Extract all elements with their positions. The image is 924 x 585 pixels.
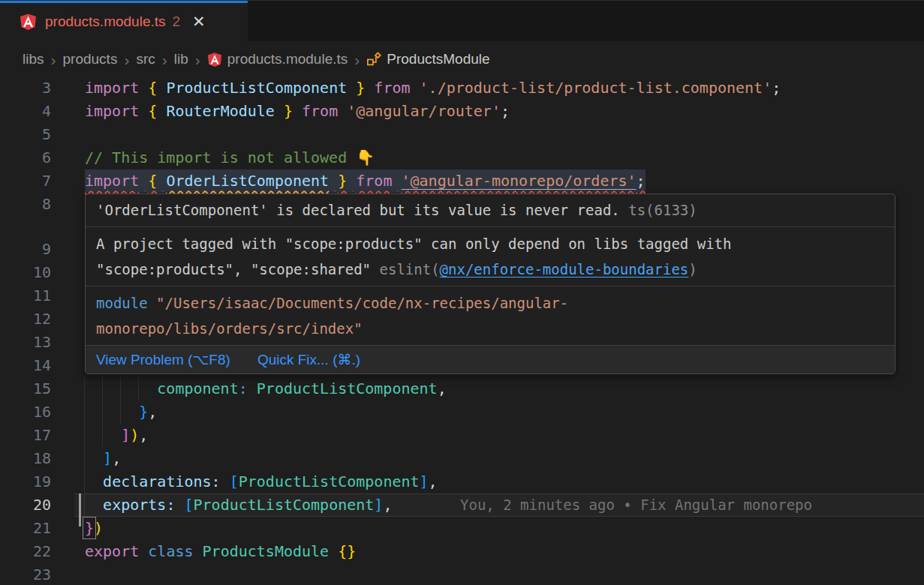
chevron-right-icon: ›: [162, 52, 167, 68]
breadcrumb-item-src[interactable]: src: [136, 51, 155, 68]
hover-message-row-1: 'OrderListComponent' is declared but its…: [86, 194, 895, 226]
tab-error-count-badge: 2: [173, 14, 181, 30]
code-line-16[interactable]: 16 },: [0, 400, 924, 424]
code-text: exports: [ProductListComponent],: [85, 494, 392, 517]
code-text: export class ProductsModule {}: [85, 540, 356, 563]
line-number[interactable]: 13: [0, 331, 51, 354]
angular-icon: [20, 13, 37, 31]
line-number[interactable]: 16: [0, 400, 51, 424]
line-number[interactable]: 21: [0, 517, 51, 540]
code-text: },: [85, 400, 157, 424]
code-line-18[interactable]: 18 ],: [0, 447, 924, 470]
breadcrumb-label: libs: [23, 51, 44, 68]
hover-text: "/Users/isaac/Documents/code/nx-recipes/…: [96, 295, 568, 337]
chevron-right-icon: ›: [124, 52, 129, 68]
line-number[interactable]: 15: [0, 377, 51, 400]
breadcrumb-label: lib: [174, 51, 188, 68]
code-text: ],: [85, 447, 121, 470]
tab-products-module[interactable]: products.module.ts 2 ✕: [0, 1, 248, 42]
code-text: import { RouterModule } from '@angular/r…: [85, 100, 510, 123]
code-line-21[interactable]: 21}): [0, 517, 924, 540]
tab-bar: products.module.ts 2 ✕: [0, 0, 924, 41]
hover-text: [148, 295, 156, 311]
chevron-right-icon: ›: [51, 52, 56, 68]
chevron-right-icon: ›: [195, 52, 200, 68]
tab-title: products.module.ts: [45, 14, 166, 30]
breadcrumb-item-products[interactable]: products: [63, 51, 118, 68]
git-blame-annotation: You, 2 minutes ago • Fix Angular monorep…: [460, 494, 812, 517]
code-line-5[interactable]: 5: [0, 123, 924, 146]
line-number[interactable]: 10: [0, 261, 51, 284]
line-number[interactable]: 9: [0, 238, 51, 261]
line-number[interactable]: 14: [0, 354, 51, 377]
quick-fix-action[interactable]: Quick Fix... (⌘.): [257, 347, 360, 372]
code-text: // This import is not allowed 👇: [85, 146, 375, 170]
breadcrumb-item-libs[interactable]: libs: [23, 51, 44, 68]
hover-message-row-3: module "/Users/isaac/Documents/code/nx-r…: [86, 286, 895, 345]
close-icon[interactable]: ✕: [192, 14, 206, 29]
line-number[interactable]: 23: [0, 563, 51, 585]
angular-icon: [207, 52, 222, 68]
line-number[interactable]: 6: [0, 146, 51, 170]
line-number[interactable]: 4: [0, 100, 51, 123]
code-line-6[interactable]: 6// This import is not allowed 👇: [0, 146, 924, 170]
code-line-3[interactable]: 3import { ProductListComponent } from '.…: [0, 76, 924, 100]
hover-text: ts(6133): [620, 202, 697, 218]
view-problem-action[interactable]: View Problem (⌥F8): [96, 347, 230, 372]
line-number[interactable]: 11: [0, 284, 51, 308]
hover-status-bar: View Problem (⌥F8)Quick Fix... (⌘.): [86, 345, 895, 374]
hover-text: eslint(: [380, 261, 440, 278]
eslint-rule-link[interactable]: @nx/enforce-module-boundaries: [440, 261, 689, 278]
hover-text: 'OrderListComponent' is declared but its…: [96, 202, 620, 218]
code-text: import { ProductListComponent } from './…: [85, 76, 781, 100]
code-line-22[interactable]: 22export class ProductsModule {}: [0, 540, 924, 563]
line-number[interactable]: 20: [0, 494, 51, 517]
vscode-window: { "colors":{"accent_blue":"#2079d8","err…: [0, 0, 924, 585]
breadcrumb-item-products-module-ts[interactable]: products.module.ts: [207, 51, 348, 68]
code-line-17[interactable]: 17 ]),: [0, 424, 924, 447]
line-number[interactable]: 5: [0, 123, 51, 146]
code-line-20[interactable]: 20 exports: [ProductListComponent],You, …: [0, 494, 924, 517]
line-number[interactable]: 7: [0, 170, 51, 193]
breadcrumb-label: src: [136, 51, 155, 68]
hover-text: ): [688, 261, 697, 278]
line-number[interactable]: 3: [0, 76, 51, 100]
code-text: import { OrderListComponent } from '@ang…: [85, 170, 646, 193]
breadcrumb-item-lib[interactable]: lib: [174, 51, 188, 68]
line-number[interactable]: 18: [0, 447, 51, 470]
code-line-7[interactable]: 7import { OrderListComponent } from '@an…: [0, 170, 924, 193]
code-line-4[interactable]: 4import { RouterModule } from '@angular/…: [0, 100, 924, 123]
code-text: declarations: [ProductListComponent],: [85, 470, 438, 494]
line-number[interactable]: 8: [0, 193, 51, 216]
modified-line-indicator: [79, 494, 81, 526]
hover-message-row-2: A project tagged with "scope:products" c…: [86, 226, 895, 286]
code-line-15[interactable]: 15 component: ProductListComponent,: [0, 377, 924, 400]
code-text: component: ProductListComponent,: [85, 377, 447, 400]
code-line-19[interactable]: 19 declarations: [ProductListComponent],: [0, 470, 924, 494]
error-hover-popup: 'OrderListComponent' is declared but its…: [85, 194, 895, 374]
breadcrumb-label: products: [63, 51, 118, 68]
code-line-23[interactable]: 23: [0, 563, 924, 585]
line-number[interactable]: 19: [0, 470, 51, 494]
code-text: }): [85, 517, 103, 540]
active-tab-accent: [0, 1, 248, 3]
hover-text: module: [96, 295, 148, 311]
line-number[interactable]: 12: [0, 308, 51, 331]
line-number[interactable]: 17: [0, 424, 51, 447]
breadcrumb-item-productsmodule[interactable]: ProductsModule: [366, 51, 489, 68]
class-symbol-icon: [366, 52, 381, 67]
line-number[interactable]: 22: [0, 540, 51, 563]
code-text: ]),: [85, 424, 148, 447]
breadcrumb-label: ProductsModule: [387, 51, 489, 68]
breadcrumb: libs›products›src›lib›products.module.ts…: [0, 41, 924, 77]
chevron-right-icon: ›: [354, 52, 360, 68]
hover-rows: 'OrderListComponent' is declared but its…: [86, 194, 895, 345]
breadcrumb-label: products.module.ts: [227, 51, 348, 68]
